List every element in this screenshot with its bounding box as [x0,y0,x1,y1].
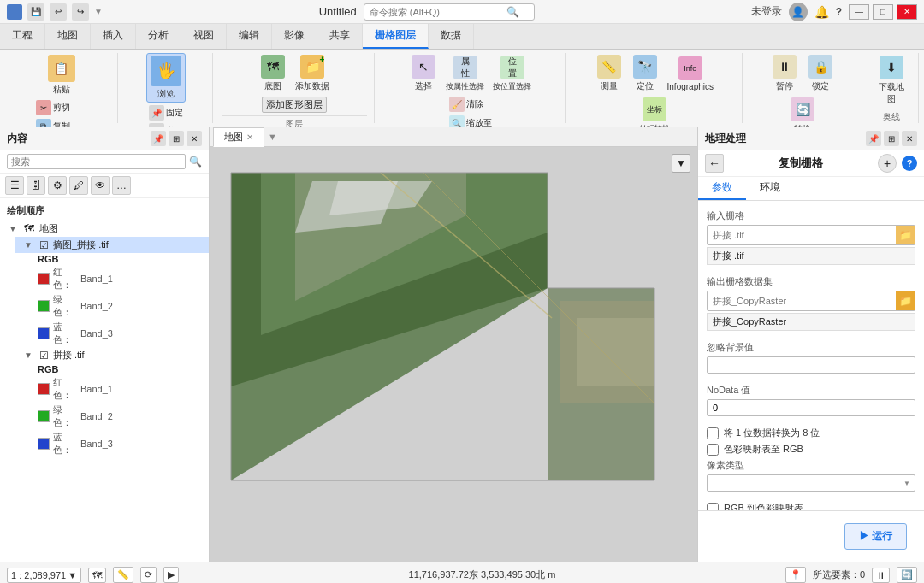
output-dataset-browse-btn[interactable]: 📁 [896,292,915,310]
subtab-environment[interactable]: 环境 [746,177,794,200]
tree-item-layer2[interactable]: ▼ ☑ 拼接 .tif [15,347,209,363]
command-search-bar[interactable]: 🔍 [364,3,535,21]
map-canvas[interactable]: ▼ [210,147,697,562]
layer2-check[interactable]: ☑ [38,350,50,362]
check2-input[interactable] [707,444,719,456]
undo-btn[interactable]: ↩ [50,3,67,21]
geopanel-help-btn[interactable]: ? [902,156,917,171]
layer1-check[interactable]: ☑ [38,239,50,251]
redo-btn[interactable]: ↪ [72,3,89,21]
geopanel-back-btn[interactable]: ← [705,154,724,173]
sync-btn[interactable]: ⟳ [140,567,157,583]
nodata-bg-input[interactable] [708,357,915,373]
nodata-bg-field[interactable] [707,356,915,374]
map-tab-dropdown[interactable]: ▼ [268,132,277,142]
infographics-button[interactable]: Info Infographics [664,55,717,93]
tab-insert[interactable]: 插入 [91,24,136,49]
tab-share[interactable]: 共享 [317,24,363,49]
map-expand-icon[interactable]: ▼ [7,222,19,234]
add-map-layer-button[interactable]: 添加图形图层 [259,96,329,114]
geopanel-float-btn[interactable]: ⊞ [884,131,899,146]
more-btn[interactable]: … [112,176,131,195]
select-by-attr-button[interactable]: 属性 按属性选择 [442,54,488,94]
output-dataset-field[interactable]: 📁 [707,291,915,311]
check3-input[interactable] [707,503,719,511]
scale-selector[interactable]: 1 : 2,089,971 ▼ [7,568,81,583]
close-button[interactable]: ✕ [897,4,917,20]
nodata-value-field[interactable] [707,399,915,416]
layer1-expand-icon[interactable]: ▼ [22,239,34,251]
filter-btn[interactable]: ⚙ [48,176,67,195]
user-avatar[interactable]: 👤 [789,3,808,21]
tab-analysis[interactable]: 分析 [136,24,181,49]
db-view-btn[interactable]: 🗄 [27,176,45,195]
clear-selection-button[interactable]: 🧹清除 [447,96,495,113]
tab-project[interactable]: 工程 [0,24,45,49]
map-tab-close-icon[interactable]: ✕ [246,132,253,142]
browse-button[interactable]: 🖐 浏览 [146,53,186,103]
notification-icon[interactable]: 🔔 [814,5,829,19]
tab-view[interactable]: 视图 [181,24,227,49]
locate-button[interactable]: 🔭 定位 [628,53,662,94]
measure-button[interactable]: 📏 测量 [592,53,626,94]
measure-btn[interactable]: 📏 [113,567,133,583]
quick-access-toolbar[interactable]: 💾 [27,3,44,21]
ribbon-group-clipboard: 📋 粘贴 ✂剪切 ⧉复制 🗒复制路径 剪贴板 [5,53,118,123]
dropdown-arrow[interactable]: ▼ [94,7,103,16]
geopanel-add-btn[interactable]: + [878,154,897,173]
check1-row: 将 1 位数据转换为 8 位 [707,427,915,439]
layer2-group: ▼ ☑ 拼接 .tif RGB 红色： Band_1 绿色： [0,347,209,457]
layer2-expand-icon[interactable]: ▼ [22,350,34,362]
map-navigate-dropdown[interactable]: ▼ [672,154,690,173]
paste-button[interactable]: 📋 粘贴 [40,53,83,97]
window-title: Untitled [319,5,357,18]
geopanel-pin-btn[interactable]: 📌 [866,131,881,146]
maximize-button[interactable]: □ [873,4,893,20]
play-btn[interactable]: ▶ [163,567,179,583]
contents-pin-btn[interactable]: 📌 [151,131,166,146]
cut-button[interactable]: ✂剪切 [33,99,90,116]
select-button[interactable]: ↖ 选择 [406,53,441,94]
pixel-type-select-wrap[interactable]: 8_BIT_UNSIGNED 16_BIT_UNSIGNED 32_BIT_FL… [707,474,915,492]
tab-map[interactable]: 地图 [45,24,91,49]
select-by-location-button[interactable]: 位置 按位置选择 [489,54,535,94]
tab-imagery[interactable]: 影像 [272,24,317,49]
command-search-input[interactable] [370,7,506,17]
tab-data[interactable]: 数据 [429,24,474,49]
check1-input[interactable] [707,427,719,439]
help-btn[interactable]: ? [836,6,842,18]
layer2-green-value: Band_2 [80,411,113,421]
refresh-btn[interactable]: 🔄 [897,567,917,583]
contents-float-btn[interactable]: ⊞ [169,131,184,146]
contents-search-input[interactable] [7,154,186,169]
fixed-button[interactable]: 📌固定 [146,104,186,121]
input-raster-browse-btn[interactable]: 📁 [896,226,915,244]
subtab-params[interactable]: 参数 [698,177,746,200]
pause-annotation-button[interactable]: ⏸ 暂停 [767,53,802,94]
output-dataset-input[interactable] [708,293,896,309]
visibility-btn[interactable]: 👁 [91,176,110,195]
pixel-type-select[interactable]: 8_BIT_UNSIGNED 16_BIT_UNSIGNED 32_BIT_FL… [707,474,915,492]
nodata-value-input[interactable] [708,400,915,415]
input-raster-input[interactable] [708,227,896,243]
input-raster-field[interactable]: 📁 [707,225,915,245]
add-data-button[interactable]: +📁 添加数据 [292,53,333,94]
run-button[interactable]: ▶ 运行 [844,523,907,550]
lock-annotation-button[interactable]: 🔒 锁定 [803,53,838,94]
list-view-btn[interactable]: ☰ [5,176,24,195]
tab-edit[interactable]: 编辑 [227,24,272,49]
gps-btn[interactable]: 📍 [785,567,806,583]
download-map-button[interactable]: ⬇ 下载地图 [871,54,911,107]
basemap-button[interactable]: 🗺 底图 [256,53,290,94]
map-tab-main[interactable]: 地图 ✕ [213,127,264,147]
geopanel-close-btn[interactable]: ✕ [902,131,917,146]
contents-close-btn[interactable]: ✕ [187,131,202,146]
minimize-button[interactable]: — [849,4,869,20]
pause-btn[interactable]: ⏸ [872,568,890,583]
tree-item-layer1[interactable]: ▼ ☑ 摘图_拼接 .tif [15,237,209,253]
tree-item-map[interactable]: ▼ 🗺 地图 [0,220,209,237]
map-units-btn[interactable]: 🗺 [88,568,106,583]
tab-raster-layer[interactable]: 栅格图层 [363,24,429,49]
layer1-band2: 绿色： Band_2 [31,292,209,320]
draw-order-btn[interactable]: 🖊 [69,176,88,195]
